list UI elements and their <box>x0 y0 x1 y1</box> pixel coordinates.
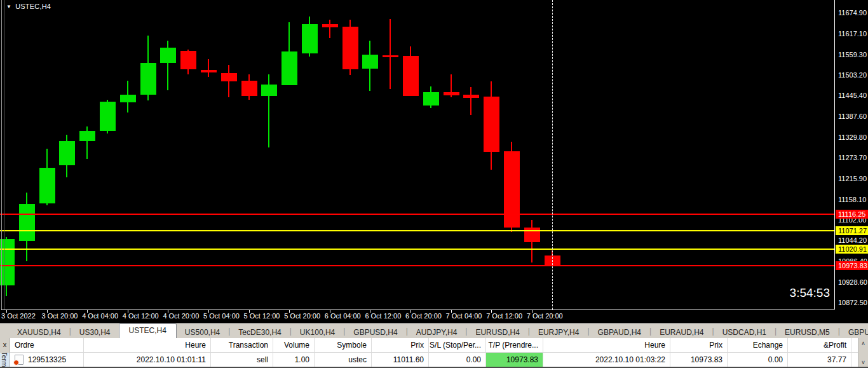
time-tick-label: 4 Oct 20:00 <box>163 312 199 320</box>
chart-symbol-label: ▼USTEC,H4 <box>6 3 51 10</box>
time-tick-label: 6 Oct 12:00 <box>365 312 401 320</box>
column-header-0[interactable]: Ordre <box>10 338 84 352</box>
mt4-window: ▼USTEC,H4 3:54:53 11674.9011617.1011559.… <box>0 0 868 368</box>
column-header-5[interactable]: Prix <box>372 338 429 352</box>
symbol-timeframe-text: USTEC,H4 <box>15 3 51 10</box>
price-tick-label: 11503.20 <box>838 71 867 79</box>
candle-body <box>221 73 237 81</box>
tab-eurjpy-h4[interactable]: EURJPY,H4 <box>530 327 587 338</box>
time-tick-label: 3 Oct 2022 <box>1 312 36 320</box>
tab-ustec-h4[interactable]: USTEC,H4 <box>119 324 177 338</box>
candle-body <box>261 85 277 96</box>
trade-level-line[interactable] <box>0 265 834 266</box>
order-cell-4: ustec <box>315 353 372 367</box>
chart-plot[interactable] <box>0 0 834 310</box>
candle-body <box>180 51 196 69</box>
candle-body <box>19 204 35 242</box>
column-header-7[interactable]: T/P (Prendre... <box>486 338 543 352</box>
order-cell-6: 0.00 <box>429 353 486 367</box>
price-tick-label: 10872.50 <box>838 299 867 306</box>
candle-wick <box>329 20 330 39</box>
tab-eurusd-m5[interactable]: EURUSD,M5 <box>776 327 838 338</box>
orders-table-header[interactable]: OrdreHeureTransactionVolumeSymbolePrixS/… <box>10 338 858 353</box>
candle-body <box>484 97 499 152</box>
terminal-side-tab-label: Terminal <box>1 353 8 368</box>
current-bar-vline <box>552 0 553 310</box>
order-cell-11: 37.77 <box>788 353 851 367</box>
time-tick-label: 3 Oct 20:00 <box>42 312 78 320</box>
candle-body <box>383 55 398 57</box>
scroll-up-icon[interactable]: ∧ <box>858 340 868 346</box>
candle-body <box>201 70 217 73</box>
trade-level-line[interactable] <box>0 214 834 215</box>
candle-countdown-timer: 3:54:53 <box>790 286 830 300</box>
column-header-8[interactable]: Heure <box>543 338 670 352</box>
order-cell-2: sell <box>211 353 273 367</box>
price-tick-label: 11387.60 <box>838 112 867 120</box>
column-header-1[interactable]: Heure <box>84 338 211 352</box>
terminal-panel: x Terminal OrdreHeureTransactionVolumeSy… <box>0 338 868 368</box>
candle-body <box>322 24 338 27</box>
column-header-11[interactable]: &Profit <box>788 338 851 352</box>
candle-body <box>444 92 459 95</box>
candle-body <box>140 63 156 94</box>
order-id: 129513325 <box>28 355 66 364</box>
price-tick-label: 11044.20 <box>838 236 867 244</box>
tab-usdcad-h1[interactable]: USDCAD,H1 <box>714 327 775 338</box>
column-header-3[interactable]: Volume <box>273 338 315 352</box>
window-left-border <box>1 0 2 323</box>
candle-body <box>362 55 378 69</box>
candle-body <box>342 27 358 69</box>
trade-level-line[interactable] <box>0 230 834 231</box>
tab-xauusd-h4[interactable]: XAUUSD,H4 <box>9 327 69 338</box>
tab-eurusd-h4[interactable]: EURUSD,H4 <box>467 327 527 338</box>
price-tick-label: 11559.30 <box>838 51 867 58</box>
tab-gbpusd-m5[interactable]: GBPUSD,M5 <box>840 327 868 338</box>
candle-body <box>302 24 318 53</box>
tab-tecde30-h4[interactable]: TecDE30,H4 <box>230 327 289 338</box>
terminal-scrollbar[interactable]: ∧ ∨ <box>858 338 868 368</box>
column-header-2[interactable]: Transaction <box>211 338 273 352</box>
candle-wick <box>208 59 209 77</box>
time-tick-label: 5 Oct 04:00 <box>203 312 240 320</box>
window-left-border-inner <box>4 0 4 323</box>
chart-tab-bar: XAUUSD,H4|US30,H4USTEC,H4US500,H4|TecDE3… <box>0 323 868 338</box>
column-header-4[interactable]: Symbole <box>315 338 372 352</box>
order-row[interactable]: 1295133252022.10.10 01:01:11sell1.00uste… <box>10 353 858 367</box>
price-tick-label: 11158.10 <box>838 196 866 203</box>
tab-uk100-h4[interactable]: UK100,H4 <box>292 327 343 338</box>
price-highlight-label: 11020.91 <box>836 245 868 254</box>
tab-audjpy-h4[interactable]: AUDJPY,H4 <box>408 327 465 338</box>
tab-euraud-h4[interactable]: EURAUD,H4 <box>651 327 712 338</box>
time-tick-label: 7 Oct 04:00 <box>446 312 482 320</box>
price-tick-label: 11674.90 <box>838 9 867 17</box>
price-tick-label: 11273.70 <box>838 154 867 161</box>
candle-body <box>463 95 479 98</box>
tab-gbpusd-h4[interactable]: GBPUSD,H4 <box>345 327 405 338</box>
candle-body <box>59 141 75 166</box>
tab-gbpaud-h4[interactable]: GBPAUD,H4 <box>590 327 649 338</box>
price-tick-label: 11445.40 <box>838 92 867 99</box>
column-header-9[interactable]: Prix <box>670 338 728 352</box>
order-document-icon <box>15 355 24 365</box>
order-cell-10: 0.00 <box>728 353 788 367</box>
trade-level-line[interactable] <box>0 249 834 250</box>
candle-body <box>241 81 257 95</box>
column-header-6[interactable]: S/L (Stop/Per... <box>429 338 486 352</box>
order-cell-9: 10973.83 <box>670 353 728 367</box>
candle-body <box>79 131 95 140</box>
price-axis[interactable]: 11674.9011617.1011559.3011503.2011445.40… <box>835 0 868 310</box>
tab-us500-h4[interactable]: US500,H4 <box>177 327 228 338</box>
time-axis[interactable]: 3 Oct 20223 Oct 20:004 Oct 04:004 Oct 12… <box>0 310 868 323</box>
terminal-side-tab[interactable]: Terminal <box>0 353 10 368</box>
tab-us30-h4[interactable]: US30,H4 <box>71 327 119 338</box>
time-tick-label: 4 Oct 04:00 <box>82 312 118 320</box>
scroll-down-icon[interactable]: ∨ <box>858 359 868 365</box>
price-highlight-label: 11071.27 <box>836 226 868 235</box>
terminal-close-button[interactable]: x <box>0 338 10 353</box>
column-header-10[interactable]: Echange <box>728 338 788 352</box>
candle-body <box>120 95 136 102</box>
chevron-down-icon[interactable]: ▼ <box>6 4 11 10</box>
time-tick-label: 6 Oct 04:00 <box>325 312 361 320</box>
price-tick-label: 11617.10 <box>838 30 867 37</box>
